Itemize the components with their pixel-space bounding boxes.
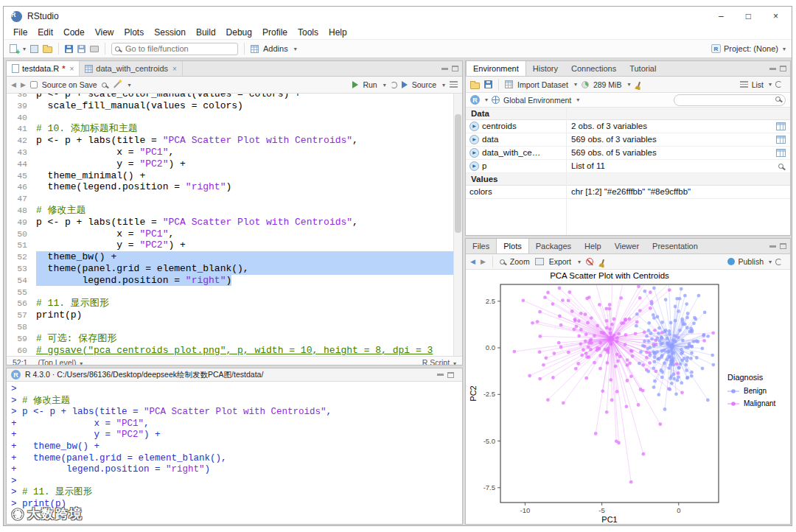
menu-help[interactable]: Help — [324, 27, 352, 38]
environment-object-row[interactable]: colorschr [1:2] "#e26fffbb" "#8e9cffbb" — [466, 186, 790, 199]
code-line[interactable]: theme_minimal() + — [36, 170, 462, 182]
menu-edit[interactable]: Edit — [32, 27, 58, 38]
environment-object-row[interactable]: ▶data569 obs. of 3 variables — [466, 133, 790, 147]
tab-history[interactable]: History — [526, 61, 565, 76]
language-caret-icon[interactable]: ▾ — [485, 97, 488, 103]
import-dataset-icon[interactable] — [505, 80, 513, 88]
minimize-pane-icon[interactable] — [769, 68, 776, 70]
code-line[interactable]: # 10. 添加标题和主题 — [36, 123, 462, 135]
maximize-pane-icon[interactable] — [780, 243, 786, 249]
source-on-save-checkbox[interactable] — [30, 81, 38, 88]
menu-build[interactable]: Build — [191, 27, 221, 38]
environment-scope-selector[interactable]: Global Environment — [503, 96, 571, 105]
code-line[interactable]: theme(panel.grid = element_blank(), — [36, 263, 462, 275]
code-line[interactable] — [36, 287, 462, 298]
open-data-viewer-icon[interactable] — [776, 136, 786, 144]
code-line[interactable]: y = "PC2") + — [36, 239, 462, 251]
code-line[interactable]: y = "PC2") + — [36, 158, 462, 170]
menu-tools[interactable]: Tools — [293, 27, 324, 38]
list-view-icon[interactable] — [740, 81, 748, 88]
code-line[interactable]: print(p) — [36, 309, 462, 321]
menu-debug[interactable]: Debug — [221, 27, 257, 38]
file-type-selector[interactable]: R Script ▾ — [422, 358, 456, 365]
code-line[interactable]: # 修改主题 — [36, 205, 462, 217]
tab-data_with_centroids[interactable]: data_with_centroids× — [80, 61, 183, 76]
document-outline-icon[interactable] — [450, 81, 458, 88]
remove-plot-icon[interactable] — [586, 258, 593, 265]
open-data-viewer-icon[interactable] — [776, 122, 786, 130]
menu-code[interactable]: Code — [58, 27, 90, 38]
environment-object-row[interactable]: ▶centroids2 obs. of 3 variables — [466, 120, 790, 133]
tab-packages[interactable]: Packages — [529, 239, 578, 253]
memory-usage[interactable]: 289 MiB — [593, 80, 622, 89]
scope-selector[interactable]: (Top Level) ▾ — [38, 358, 83, 365]
refresh-plot-icon[interactable] — [775, 259, 782, 265]
run-icon[interactable] — [352, 81, 358, 88]
code-line[interactable] — [36, 321, 462, 333]
environment-search-input[interactable] — [674, 94, 786, 106]
code-line[interactable] — [36, 193, 462, 205]
tab-viewer[interactable]: Viewer — [608, 239, 646, 253]
code-tools-icon[interactable] — [113, 81, 119, 88]
previous-plot-icon[interactable]: ◀ — [470, 258, 475, 265]
code-line[interactable]: x = "PC1", — [36, 228, 462, 240]
code-line[interactable]: theme_bw() + — [36, 251, 462, 263]
tab-help[interactable]: Help — [578, 239, 608, 253]
expander-icon[interactable]: ▶ — [469, 135, 479, 144]
environment-object-row[interactable]: ▶pList of 11 — [466, 160, 790, 173]
code-line[interactable]: p <- p + labs(title = "PCA Scatter Plot … — [36, 135, 462, 147]
editor-scrollbar[interactable] — [453, 94, 462, 356]
refresh-icon[interactable] — [775, 81, 782, 88]
forward-icon[interactable]: ▶ — [21, 81, 26, 88]
tab-testdata-r[interactable]: testdata.R*× — [7, 61, 80, 76]
load-workspace-icon[interactable] — [470, 83, 480, 89]
addins-icon[interactable] — [251, 45, 259, 53]
project-menu[interactable]: Project: (None) — [724, 44, 778, 53]
addins-button[interactable]: Addins — [263, 44, 288, 53]
menu-profile[interactable]: Profile — [257, 27, 293, 38]
find-icon[interactable] — [102, 83, 107, 88]
open-data-viewer-icon[interactable] — [776, 149, 786, 157]
menu-view[interactable]: View — [90, 27, 119, 38]
code-line[interactable]: x = "PC1", — [36, 147, 462, 158]
minimize-pane-icon[interactable] — [769, 245, 776, 248]
maximize-pane-icon[interactable] — [780, 66, 786, 71]
new-project-icon[interactable] — [30, 45, 38, 53]
list-view-selector[interactable]: List — [752, 80, 764, 89]
zoom-icon[interactable] — [500, 259, 505, 265]
environment-object-row[interactable]: ▶data_with_ce…569 obs. of 5 variables — [466, 147, 790, 160]
menu-session[interactable]: Session — [149, 27, 191, 38]
code-line[interactable]: scale_fill_manual(values = colors) — [36, 100, 462, 112]
maximize-pane-icon[interactable] — [447, 372, 454, 378]
back-icon[interactable]: ◀ — [11, 81, 16, 88]
export-icon[interactable] — [535, 258, 544, 265]
save-all-icon[interactable] — [77, 45, 85, 53]
next-plot-icon[interactable]: ▶ — [481, 258, 486, 265]
scrollbar-thumb[interactable] — [455, 114, 461, 232]
new-file-caret-icon[interactable]: ▾ — [23, 46, 26, 52]
save-workspace-icon[interactable] — [484, 80, 492, 88]
source-button[interactable]: Source — [412, 80, 436, 89]
maximize-button[interactable]: □ — [746, 11, 751, 21]
minimize-pane-icon[interactable] — [437, 374, 444, 376]
minimize-button[interactable]: – — [719, 11, 724, 21]
maximize-pane-icon[interactable] — [452, 66, 458, 71]
close-button[interactable]: × — [773, 11, 778, 21]
console-output[interactable]: >> # 修改主题> p <- p + labs(title = "PCA Sc… — [7, 382, 462, 522]
code-line[interactable]: legend.position = "right") — [36, 275, 462, 287]
code-line[interactable]: theme(legend.position = "right") — [36, 181, 462, 193]
save-icon[interactable] — [65, 45, 73, 53]
tab-plots[interactable]: Plots — [496, 239, 528, 253]
expander-icon[interactable]: ▶ — [469, 122, 479, 131]
publish-button[interactable]: Publish — [739, 257, 764, 266]
publish-icon[interactable] — [727, 258, 735, 265]
new-file-icon[interactable] — [10, 44, 17, 53]
goto-file-input[interactable] — [111, 43, 238, 55]
import-dataset-button[interactable]: Import Dataset — [517, 80, 568, 89]
tab-files[interactable]: Files — [466, 239, 496, 253]
code-line[interactable]: p <- p + scale_color_manual(values = col… — [36, 94, 462, 100]
export-button[interactable]: Export — [549, 257, 571, 266]
tab-tutorial[interactable]: Tutorial — [623, 61, 663, 76]
expander-icon[interactable]: ▶ — [469, 161, 479, 171]
close-icon[interactable]: × — [69, 65, 74, 73]
